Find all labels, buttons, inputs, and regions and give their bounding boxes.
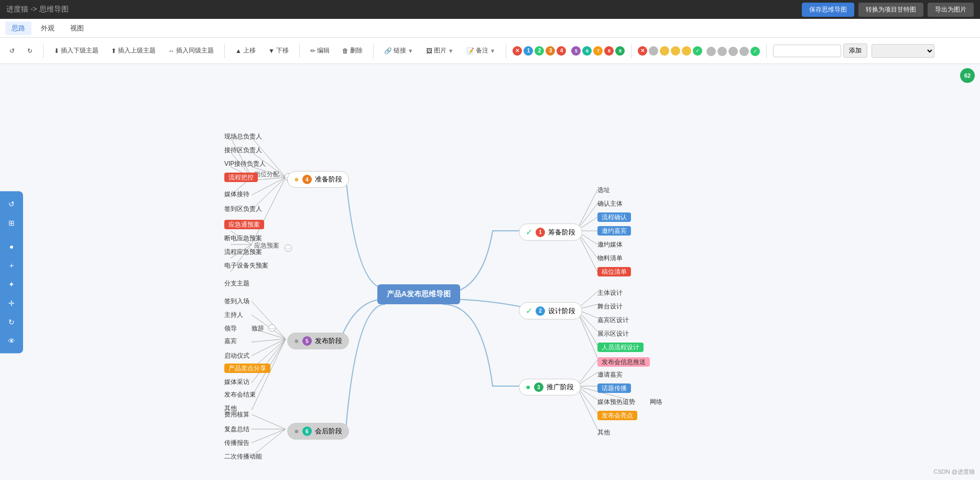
node-liucheng-yingji[interactable]: 流程应急预案 (224, 248, 262, 257)
badge-1[interactable]: 1 (524, 46, 533, 56)
convert-gantt-button[interactable]: 转换为项目甘特图 (858, 3, 923, 17)
phase-fabujieduan[interactable]: ● 5 发布阶段 (287, 333, 349, 349)
insert-up-button[interactable]: ⬆ 插入上级主题 (107, 44, 160, 57)
edit-button[interactable]: ✏ 编辑 (306, 44, 334, 57)
redo-button[interactable]: ↻ (23, 45, 37, 57)
phase-shejijieduan[interactable]: ✓ 2 设计阶段 (519, 302, 582, 319)
node-zhici[interactable]: 致辞 (252, 324, 264, 333)
node-querenzhuti[interactable]: 确认主体 (597, 199, 623, 208)
search-input[interactable] (773, 45, 841, 57)
node-chuanbo[interactable]: 传播报告 (224, 439, 249, 447)
node-yaoyjueb[interactable]: 邀约嘉宾 (597, 227, 631, 236)
node-qiandao-qu[interactable]: 签到区负责人 (224, 205, 262, 214)
status-dot-2-check[interactable]: ✓ (750, 47, 760, 56)
node-vip[interactable]: VIP接待负责人 (224, 159, 266, 168)
badge-9[interactable]: 9 (615, 46, 625, 56)
note-button[interactable]: 📝 备注 ▼ (462, 44, 500, 57)
node-jiabin2[interactable]: 嘉宾 (224, 337, 237, 346)
node-feiyong[interactable]: 费用核算 (224, 410, 249, 419)
node-fabuhui-xinxi[interactable]: 发布会信息推送 (597, 358, 650, 367)
node-liangdian-highlight[interactable]: 发布会亮点 (597, 411, 637, 420)
status-dot-check[interactable]: ✓ (693, 46, 702, 56)
badge-7[interactable]: 7 (593, 46, 603, 56)
node-yaoyuejiabin-highlight[interactable]: 邀约嘉宾 (597, 226, 631, 236)
node-fabuhui-liangdian[interactable]: 发布会亮点 (597, 411, 637, 420)
central-node[interactable]: 产品A发布思维导图 (377, 284, 460, 304)
undo-button[interactable]: ↺ (5, 45, 19, 57)
node-yaoyuemeit[interactable]: 邀约媒体 (597, 240, 623, 249)
tool-rotate[interactable]: ↻ (4, 314, 19, 329)
node-huati-highlight[interactable]: 话题传播 (597, 383, 631, 393)
tab-shitu[interactable]: 视图 (64, 22, 90, 35)
node-yingji-tongyu[interactable]: 应急通预案 (224, 220, 264, 229)
node-fupan[interactable]: 复盘总结 (224, 425, 249, 434)
badge-8[interactable]: 8 (604, 46, 614, 56)
add-button[interactable]: 添加 (843, 44, 867, 58)
node-meiti-jiedai[interactable]: 媒体接待 (224, 190, 249, 199)
node-jiabinsheji[interactable]: 嘉宾区设计 (597, 316, 629, 325)
insert-same-button[interactable]: ↔ 插入同级主题 (164, 44, 218, 57)
user-badge[interactable]: 62 (960, 68, 975, 83)
status-dot-yellow3[interactable] (682, 46, 691, 56)
node-fabuhui-xinxi-highlight[interactable]: 发布会信息推送 (597, 357, 650, 367)
node-liucheng-highlight[interactable]: 流程把控 (224, 173, 258, 182)
status-dot-2-2[interactable] (717, 47, 727, 56)
badge-x[interactable]: ✕ (513, 46, 522, 56)
node-xuanzhi[interactable]: 选址 (597, 186, 610, 195)
tool-expand[interactable]: ⊞ (4, 215, 19, 230)
status-dot-2-4[interactable] (739, 47, 749, 56)
badge-2[interactable]: 2 (535, 46, 544, 56)
node-meiti-yure[interactable]: 媒体预热追势 (597, 398, 635, 407)
move-down-button[interactable]: ▼ 下移 (264, 44, 293, 57)
insert-sub-button[interactable]: ⬇ 插入下级主题 (50, 44, 103, 57)
delete-button[interactable]: 🗑 删除 (338, 44, 367, 57)
node-renyuanliucheng-highlight[interactable]: 人员流程设计 (597, 343, 644, 352)
tool-eye[interactable]: 👁 (4, 333, 19, 348)
node-lingdao[interactable]: 领导 (224, 324, 237, 333)
tab-waiguan[interactable]: 外观 (35, 22, 61, 35)
node-xianchang[interactable]: 现场总负责人 (224, 132, 262, 141)
node-dianzishebei[interactable]: 电子设备失预案 (224, 261, 268, 270)
tool-zoom-in[interactable]: + (4, 258, 19, 272)
node-qidongyishi[interactable]: 启动仪式 (224, 351, 249, 360)
filter-select[interactable] (872, 44, 934, 58)
node-liuchengqueren[interactable]: 流程确认 (597, 213, 631, 222)
node-chanpinmaidianed[interactable]: 产品卖点分享 (224, 364, 270, 373)
save-mindmap-button[interactable]: 保存思维导图 (802, 3, 854, 17)
phase-zhuanbejieduan[interactable]: ● 4 准备阶段 (287, 171, 349, 188)
node-zhuchiren[interactable]: 主持人 (224, 311, 243, 319)
phase-tuiguangjieduan[interactable]: ● 3 推广阶段 (519, 379, 581, 396)
node-gaowu[interactable]: 稿位清单 (597, 268, 631, 276)
node-fabuhui-jieshu[interactable]: 发布会结束 (224, 390, 256, 399)
tool-move[interactable]: ✛ (4, 295, 19, 310)
node-wangluo[interactable]: 网络 (650, 398, 662, 407)
phase-choubeijieduan[interactable]: ✓ 1 筹备阶段 (519, 223, 582, 241)
status-dot-yellow1[interactable] (660, 46, 669, 56)
badge-5[interactable]: 5 (571, 46, 581, 56)
node-fenzhi[interactable]: 分支主题 (224, 279, 249, 288)
node-zhutisetji[interactable]: 主体设计 (597, 289, 623, 297)
node-qiandaoruchang[interactable]: 签到入场 (224, 297, 249, 306)
badge-6[interactable]: 6 (582, 46, 592, 56)
node-qita3[interactable]: 其他 (597, 428, 610, 437)
phase-caijieduan[interactable]: ● 6 会后阶段 (287, 423, 349, 440)
node-huati-chuanbo[interactable]: 话题传播 (597, 384, 631, 393)
node-wutaisheji[interactable]: 舞台设计 (597, 302, 623, 311)
badge-4[interactable]: 4 (557, 46, 566, 56)
node-gangweifenpei[interactable]: 岗位分配 (254, 170, 279, 179)
node-yingjitong-highlight[interactable]: 应急通预案 (224, 220, 264, 229)
node-chanpin-highlight[interactable]: 产品卖点分享 (224, 364, 270, 373)
status-dot-2-1[interactable] (706, 47, 716, 56)
status-dot-gray[interactable] (649, 46, 658, 56)
badge-3[interactable]: 3 (546, 46, 555, 56)
tool-star[interactable]: ✦ (4, 276, 19, 291)
link-button[interactable]: 🔗 链接 ▼ (380, 44, 418, 57)
node-liuchengbakong[interactable]: 流程把控 (224, 173, 258, 182)
collapse-zhici[interactable]: — (268, 324, 276, 332)
node-jiedai-qu[interactable]: 接待区负责人 (224, 146, 262, 155)
status-dot-yellow2[interactable] (671, 46, 680, 56)
node-zhanshisheji[interactable]: 展示区设计 (597, 329, 629, 338)
move-up-button[interactable]: ▲ 上移 (231, 44, 260, 57)
node-meiti-caifang[interactable]: 媒体采访 (224, 378, 249, 387)
node-erci[interactable]: 二次传播动能 (224, 452, 262, 461)
